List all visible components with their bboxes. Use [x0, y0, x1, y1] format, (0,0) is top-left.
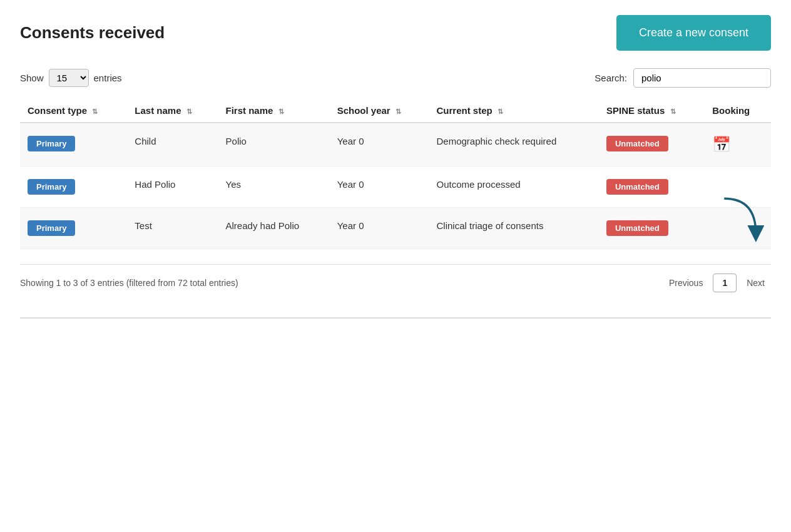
- cell-consent-type-2: Primary: [20, 208, 127, 249]
- cell-school-year-0: Year 0: [330, 123, 429, 166]
- col-consent-type[interactable]: Consent type ⇅: [20, 99, 127, 123]
- cell-consent-type-0: Primary: [20, 123, 127, 166]
- entries-count-select[interactable]: 15 10 25 50 100: [49, 69, 89, 87]
- cell-current-step-0: Demographic check required: [429, 123, 598, 166]
- consents-table: Consent type ⇅ Last name ⇅ First name ⇅ …: [20, 99, 771, 249]
- sort-icon-first-name: ⇅: [278, 108, 284, 116]
- sort-icon-last-name: ⇅: [186, 108, 192, 116]
- cell-spine-status-2: Unmatched: [599, 208, 705, 249]
- cell-booking-2: [705, 208, 771, 249]
- controls-row: Show 15 10 25 50 100 entries Search:: [20, 68, 771, 88]
- cell-first-name-0: Polio: [218, 123, 330, 166]
- cell-first-name-1: Yes: [218, 166, 330, 208]
- cell-booking-0: 📅: [705, 123, 771, 166]
- badge-unmatched-1: Unmatched: [606, 179, 668, 195]
- cell-last-name-0: Child: [127, 123, 218, 166]
- page-title: Consents received: [20, 23, 165, 43]
- search-input[interactable]: [633, 68, 771, 88]
- table-row: Primary Had Polio Yes Year 0 Outcome pro…: [20, 166, 771, 208]
- pagination: Previous 1 Next: [663, 274, 771, 292]
- previous-button[interactable]: Previous: [663, 274, 709, 292]
- badge-primary-2: Primary: [28, 220, 75, 236]
- table-row: Primary Test Already had Polio Year 0 Cl…: [20, 208, 771, 249]
- badge-primary-1: Primary: [28, 179, 75, 195]
- footer-row: Showing 1 to 3 of 3 entries (filtered fr…: [20, 264, 771, 292]
- cell-spine-status-0: Unmatched: [599, 123, 705, 166]
- col-spine-status[interactable]: SPINE status ⇅: [599, 99, 705, 123]
- show-entries-control: Show 15 10 25 50 100 entries: [20, 69, 122, 87]
- sort-icon-school-year: ⇅: [396, 108, 401, 116]
- bottom-divider: [20, 317, 771, 319]
- cell-current-step-1: Outcome processed: [429, 166, 598, 208]
- cell-booking-1: [705, 166, 771, 208]
- cell-consent-type-1: Primary: [20, 166, 127, 208]
- col-current-step[interactable]: Current step ⇅: [429, 99, 598, 123]
- header-row: Consents received Create a new consent: [20, 15, 771, 51]
- search-label: Search:: [595, 73, 627, 83]
- show-label: Show: [20, 73, 44, 83]
- col-booking: Booking: [705, 99, 771, 123]
- search-control: Search:: [595, 68, 771, 88]
- next-button[interactable]: Next: [740, 274, 771, 292]
- cell-last-name-2: Test: [127, 208, 218, 249]
- cell-current-step-2: Clinical triage of consents: [429, 208, 598, 249]
- cell-spine-status-1: Unmatched: [599, 166, 705, 208]
- calendar-icon-0[interactable]: 📅: [712, 136, 731, 153]
- sort-icon-current-step: ⇅: [498, 108, 503, 116]
- page-wrapper: Consents received Create a new consent S…: [0, 0, 791, 532]
- badge-unmatched-2: Unmatched: [606, 220, 668, 236]
- showing-text: Showing 1 to 3 of 3 entries (filtered fr…: [20, 278, 238, 288]
- table-body: Primary Child Polio Year 0 Demographic c…: [20, 123, 771, 249]
- cell-school-year-1: Year 0: [330, 166, 429, 208]
- col-last-name[interactable]: Last name ⇅: [127, 99, 218, 123]
- cell-school-year-2: Year 0: [330, 208, 429, 249]
- page-1-button[interactable]: 1: [713, 274, 737, 292]
- col-school-year[interactable]: School year ⇅: [330, 99, 429, 123]
- sort-icon-spine-status: ⇅: [670, 108, 676, 116]
- col-first-name[interactable]: First name ⇅: [218, 99, 330, 123]
- entries-label: entries: [94, 73, 122, 83]
- cell-last-name-1: Had Polio: [127, 166, 218, 208]
- badge-unmatched-0: Unmatched: [606, 136, 668, 151]
- badge-primary-0: Primary: [28, 136, 75, 151]
- cell-first-name-2: Already had Polio: [218, 208, 330, 249]
- table-header: Consent type ⇅ Last name ⇅ First name ⇅ …: [20, 99, 771, 123]
- create-new-consent-button[interactable]: Create a new consent: [616, 15, 771, 51]
- sort-icon-consent-type: ⇅: [92, 108, 98, 116]
- table-row: Primary Child Polio Year 0 Demographic c…: [20, 123, 771, 166]
